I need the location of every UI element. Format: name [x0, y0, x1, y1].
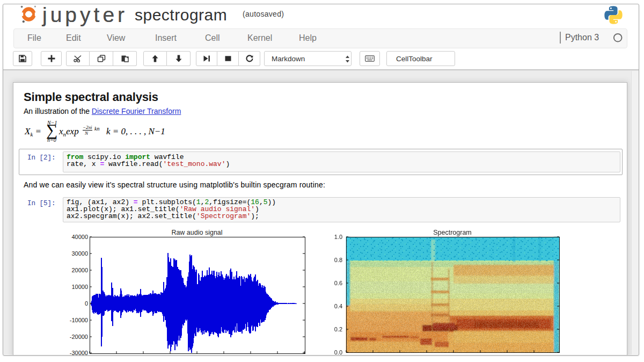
svg-text:0.8: 0.8 [334, 257, 342, 263]
svg-text:Spectrogram: Spectrogram [433, 229, 472, 236]
svg-text:40000: 40000 [71, 234, 88, 240]
svg-text:0.6: 0.6 [334, 280, 342, 286]
svg-text:Raw audio signal: Raw audio signal [171, 229, 222, 236]
svg-text:-30000: -30000 [70, 350, 88, 355]
svg-text:30000: 30000 [71, 250, 88, 257]
svg-text:0: 0 [85, 300, 88, 307]
svg-text:20000: 20000 [71, 267, 88, 273]
svg-text:0.4: 0.4 [334, 303, 342, 309]
svg-text:-20000: -20000 [70, 334, 88, 340]
svg-text:-10000: -10000 [70, 317, 88, 323]
svg-text:10000: 10000 [71, 284, 88, 290]
svg-text:0.0: 0.0 [334, 349, 342, 355]
svg-text:0.2: 0.2 [334, 326, 342, 332]
svg-text:1.0: 1.0 [334, 234, 342, 240]
